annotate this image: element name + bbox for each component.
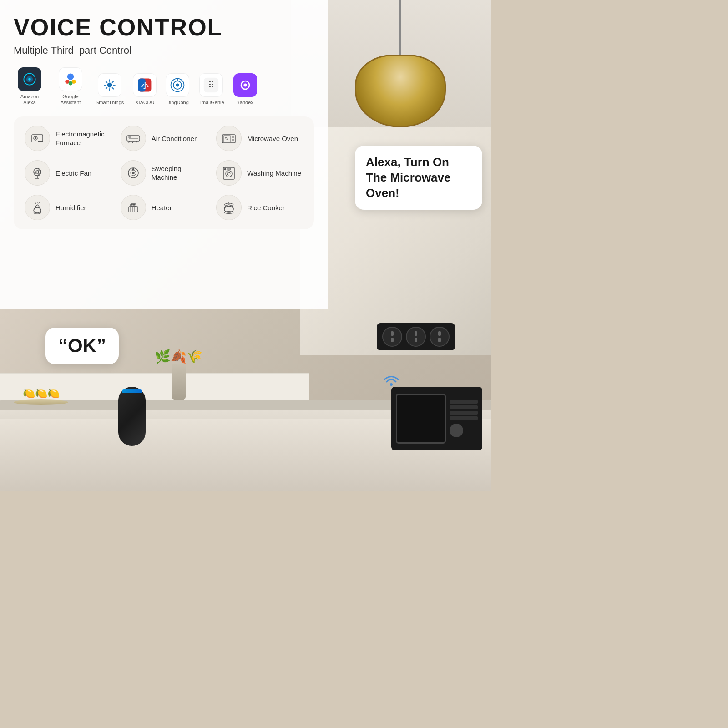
smart-plug	[382, 373, 400, 391]
svg-point-70	[133, 204, 134, 205]
platform-alexa: Amazon Alexa	[14, 67, 46, 106]
humidifier-label: Humidifier	[56, 203, 86, 212]
dingdong-label: DingDong	[167, 100, 189, 106]
flowers: 🌿🍂🌾	[155, 349, 202, 364]
alexa-icon	[18, 67, 41, 91]
fan-label: Electric Fan	[56, 169, 91, 178]
microwave-label: Microwave Oven	[247, 134, 298, 143]
device-sweep: Sweeping Machine	[121, 160, 207, 186]
google-icon	[59, 67, 82, 91]
svg-line-13	[112, 87, 114, 89]
lamp-cord	[399, 0, 401, 55]
svg-point-6	[69, 81, 73, 86]
outlet-holes-2	[415, 331, 417, 342]
vase-area: 🌿🍂🌾	[155, 349, 202, 400]
device-rice: Rice Cooker	[216, 195, 303, 220]
outlet-2	[406, 327, 426, 347]
svg-text:⠿: ⠿	[208, 80, 215, 90]
fan-icon	[25, 160, 50, 186]
ac-label: Air Conditioner	[152, 134, 197, 143]
outlet-holes-3	[438, 331, 441, 342]
dingdong-icon	[166, 73, 189, 97]
outlet-hole	[391, 331, 394, 336]
svg-rect-34	[129, 136, 131, 138]
sweep-label: Sweeping Machine	[152, 164, 207, 182]
rice-icon	[216, 195, 242, 220]
svg-point-71	[134, 204, 135, 205]
google-label: Google Assistant	[55, 94, 86, 106]
platform-dingdong: DingDong	[166, 73, 189, 106]
device-microwave: Microwave Oven	[216, 126, 303, 151]
device-heater: Heater	[121, 195, 207, 220]
svg-rect-39	[223, 136, 231, 142]
svg-line-12	[106, 81, 107, 83]
washer-label: Washing Machine	[247, 169, 301, 178]
xiaodu-icon: 小	[133, 73, 157, 97]
lamp-shade	[355, 55, 446, 127]
ac-icon	[121, 126, 146, 151]
fruits: 🍋🍋🍋	[14, 388, 68, 399]
svg-rect-63	[129, 207, 138, 212]
platform-google: Google Assistant	[55, 67, 86, 106]
outlet-strip	[377, 323, 455, 350]
page-title: VOICE CONTROL	[14, 14, 314, 41]
vase	[172, 364, 186, 400]
ok-text: “OK”	[58, 335, 106, 356]
svg-rect-57	[227, 168, 231, 170]
svg-point-69	[131, 204, 132, 205]
tmall-icon: ⠿	[199, 73, 223, 97]
svg-point-27	[243, 84, 247, 87]
wifi-icon	[382, 373, 400, 389]
amazon-echo	[118, 387, 146, 446]
platform-tmall: ⠿ TmallGenie	[198, 73, 224, 106]
ok-speech-bubble: “OK”	[46, 328, 119, 364]
sweep-icon	[121, 160, 146, 186]
device-washer: Washing Machine	[216, 160, 303, 186]
platform-smartthings: SmartThings	[96, 73, 124, 106]
microwave-btn	[450, 405, 478, 409]
microwave-btn	[450, 400, 478, 404]
outlet-hole	[391, 338, 394, 342]
microwave-appliance	[391, 387, 482, 450]
outlet-hole	[438, 338, 441, 342]
echo-ring	[122, 389, 142, 393]
upper-panel: VOICE CONTROL Multiple Third–part Contro…	[0, 0, 328, 309]
microwave-knob	[450, 424, 463, 437]
yandex-label: Yandex	[237, 100, 253, 106]
outlet-1	[382, 327, 402, 347]
svg-point-56	[225, 169, 226, 170]
fruit-bowl: 🍋🍋🍋	[14, 388, 68, 405]
subtitle: Multiple Third–part Control	[14, 45, 314, 56]
svg-line-59	[35, 202, 36, 204]
svg-point-54	[226, 171, 232, 177]
outlet-3	[430, 327, 450, 347]
alexa-speech-bubble: Alexa, Turn On The Microwave Oven!	[355, 146, 482, 210]
outlet-hole	[415, 338, 417, 342]
outlet-holes-1	[391, 331, 394, 342]
platform-yandex: Yandex	[233, 73, 257, 106]
platform-row: Amazon Alexa Google Assistant	[14, 67, 314, 106]
outlet-hole	[438, 331, 441, 336]
tmall-label: TmallGenie	[198, 100, 224, 106]
svg-point-21	[176, 84, 179, 87]
svg-line-15	[106, 87, 107, 89]
device-grid: Electromagnetic Furnace Air Conditioner	[14, 116, 314, 229]
device-humidifier: Humidifier	[25, 195, 111, 220]
platform-xiaodu: 小 XIAODU	[133, 73, 157, 106]
xiaodu-label: XIAODU	[135, 100, 154, 106]
svg-point-2	[28, 78, 30, 80]
microwave-controls	[450, 400, 478, 437]
heater-icon	[121, 195, 146, 220]
device-fan: Electric Fan	[25, 160, 111, 186]
svg-point-50	[132, 172, 134, 174]
em-furnace-label: Electromagnetic Furnace	[56, 130, 111, 147]
svg-line-14	[112, 81, 114, 83]
svg-point-7	[107, 83, 112, 88]
rice-label: Rice Cooker	[247, 203, 285, 212]
svg-rect-31	[38, 141, 43, 142]
alexa-label: Amazon Alexa	[14, 94, 46, 106]
pendant-lamp	[355, 0, 446, 127]
svg-rect-38	[222, 135, 235, 143]
svg-point-76	[390, 383, 393, 386]
washer-icon	[216, 160, 242, 186]
